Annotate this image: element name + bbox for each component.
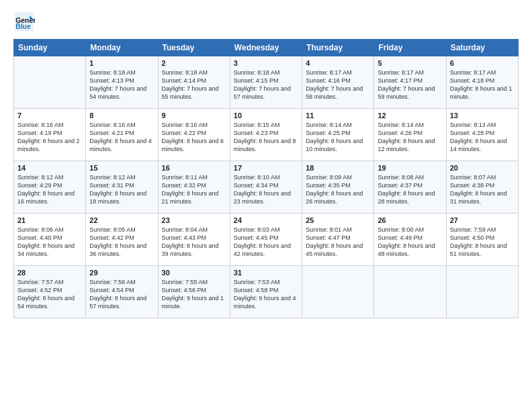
week-row-2: 7Sunrise: 8:16 AMSunset: 4:19 PMDaylight… <box>14 109 519 161</box>
calendar-cell: 19Sunrise: 8:08 AMSunset: 4:37 PMDayligh… <box>374 161 446 214</box>
day-info: Sunrise: 8:07 AMSunset: 4:38 PMDaylight:… <box>450 173 515 206</box>
calendar-cell: 31Sunrise: 7:53 AMSunset: 4:58 PMDayligh… <box>230 266 302 318</box>
calendar-cell: 27Sunrise: 7:59 AMSunset: 4:50 PMDayligh… <box>446 214 518 266</box>
day-number: 30 <box>162 269 226 277</box>
day-info: Sunrise: 8:16 AMSunset: 4:19 PMDaylight:… <box>17 121 82 154</box>
day-info: Sunrise: 8:11 AMSunset: 4:32 PMDaylight:… <box>162 173 226 206</box>
calendar-cell: 10Sunrise: 8:15 AMSunset: 4:23 PMDayligh… <box>230 109 302 161</box>
day-number: 9 <box>162 111 226 120</box>
day-number: 23 <box>162 216 226 224</box>
svg-text:Blue: Blue <box>15 23 31 30</box>
calendar-cell: 18Sunrise: 8:09 AMSunset: 4:35 PMDayligh… <box>302 161 374 214</box>
day-number: 12 <box>378 111 442 120</box>
week-row-1: 1Sunrise: 8:18 AMSunset: 4:13 PMDaylight… <box>14 56 519 109</box>
day-header-wednesday: Wednesday <box>230 40 302 56</box>
day-number: 3 <box>234 59 298 67</box>
calendar-cell: 9Sunrise: 8:16 AMSunset: 4:22 PMDaylight… <box>158 109 230 161</box>
day-number: 10 <box>234 111 298 120</box>
day-info: Sunrise: 8:16 AMSunset: 4:21 PMDaylight:… <box>89 121 154 154</box>
header: General Blue <box>13 11 519 32</box>
day-info: Sunrise: 7:53 AMSunset: 4:58 PMDaylight:… <box>234 278 298 311</box>
calendar-header-row: SundayMondayTuesdayWednesdayThursdayFrid… <box>14 40 519 56</box>
day-number: 1 <box>89 59 154 67</box>
day-info: Sunrise: 8:01 AMSunset: 4:47 PMDaylight:… <box>306 226 370 259</box>
logo-icon: General Blue <box>13 11 35 32</box>
calendar-cell: 4Sunrise: 8:17 AMSunset: 4:16 PMDaylight… <box>302 56 374 109</box>
calendar-cell: 30Sunrise: 7:55 AMSunset: 4:56 PMDayligh… <box>158 266 230 318</box>
day-info: Sunrise: 8:08 AMSunset: 4:37 PMDaylight:… <box>378 173 442 206</box>
calendar-cell: 24Sunrise: 8:03 AMSunset: 4:45 PMDayligh… <box>230 214 302 266</box>
day-number: 8 <box>89 111 154 120</box>
day-info: Sunrise: 8:13 AMSunset: 4:28 PMDaylight:… <box>450 121 515 154</box>
day-number: 28 <box>17 269 82 277</box>
day-info: Sunrise: 8:06 AMSunset: 4:40 PMDaylight:… <box>17 226 82 259</box>
day-number: 13 <box>450 111 515 120</box>
day-number: 11 <box>306 111 370 120</box>
day-info: Sunrise: 8:15 AMSunset: 4:23 PMDaylight:… <box>234 121 298 154</box>
day-info: Sunrise: 8:17 AMSunset: 4:17 PMDaylight:… <box>378 68 442 101</box>
calendar-cell: 3Sunrise: 8:18 AMSunset: 4:15 PMDaylight… <box>230 56 302 109</box>
calendar-cell: 25Sunrise: 8:01 AMSunset: 4:47 PMDayligh… <box>302 214 374 266</box>
day-number: 17 <box>234 164 298 172</box>
day-number: 26 <box>378 216 442 224</box>
day-info: Sunrise: 8:12 AMSunset: 4:31 PMDaylight:… <box>89 173 154 206</box>
logo: General Blue <box>13 11 38 32</box>
day-info: Sunrise: 8:18 AMSunset: 4:15 PMDaylight:… <box>234 68 298 101</box>
week-row-5: 28Sunrise: 7:57 AMSunset: 4:52 PMDayligh… <box>14 266 519 318</box>
calendar-cell: 5Sunrise: 8:17 AMSunset: 4:17 PMDaylight… <box>374 56 446 109</box>
day-number: 31 <box>234 269 298 277</box>
day-number: 19 <box>378 164 442 172</box>
day-number: 21 <box>17 216 82 224</box>
calendar-cell <box>446 266 518 318</box>
calendar-cell: 8Sunrise: 8:16 AMSunset: 4:21 PMDaylight… <box>86 109 158 161</box>
day-info: Sunrise: 8:16 AMSunset: 4:22 PMDaylight:… <box>162 121 226 154</box>
day-info: Sunrise: 8:17 AMSunset: 4:16 PMDaylight:… <box>306 68 370 101</box>
day-info: Sunrise: 8:18 AMSunset: 4:13 PMDaylight:… <box>89 68 154 101</box>
calendar-cell: 12Sunrise: 8:14 AMSunset: 4:26 PMDayligh… <box>374 109 446 161</box>
day-header-monday: Monday <box>86 40 158 56</box>
day-number: 6 <box>450 59 515 67</box>
calendar-cell <box>302 266 374 318</box>
day-header-tuesday: Tuesday <box>158 40 230 56</box>
day-info: Sunrise: 8:10 AMSunset: 4:34 PMDaylight:… <box>234 173 298 206</box>
day-number: 20 <box>450 164 515 172</box>
calendar-cell: 26Sunrise: 8:00 AMSunset: 4:49 PMDayligh… <box>374 214 446 266</box>
day-info: Sunrise: 7:55 AMSunset: 4:56 PMDaylight:… <box>162 278 226 311</box>
day-number: 25 <box>306 216 370 224</box>
calendar-cell <box>374 266 446 318</box>
week-row-4: 21Sunrise: 8:06 AMSunset: 4:40 PMDayligh… <box>14 214 519 266</box>
calendar-body: 1Sunrise: 8:18 AMSunset: 4:13 PMDaylight… <box>14 56 519 318</box>
day-info: Sunrise: 8:18 AMSunset: 4:14 PMDaylight:… <box>162 68 226 101</box>
day-info: Sunrise: 8:14 AMSunset: 4:25 PMDaylight:… <box>306 121 370 154</box>
calendar-cell: 17Sunrise: 8:10 AMSunset: 4:34 PMDayligh… <box>230 161 302 214</box>
calendar-cell: 28Sunrise: 7:57 AMSunset: 4:52 PMDayligh… <box>14 266 86 318</box>
calendar-cell: 29Sunrise: 7:56 AMSunset: 4:54 PMDayligh… <box>86 266 158 318</box>
calendar-cell: 23Sunrise: 8:04 AMSunset: 4:43 PMDayligh… <box>158 214 230 266</box>
calendar-cell: 7Sunrise: 8:16 AMSunset: 4:19 PMDaylight… <box>14 109 86 161</box>
day-number: 16 <box>162 164 226 172</box>
day-header-friday: Friday <box>374 40 446 56</box>
calendar-cell: 6Sunrise: 8:17 AMSunset: 4:18 PMDaylight… <box>446 56 518 109</box>
calendar-table: SundayMondayTuesdayWednesdayThursdayFrid… <box>13 39 519 318</box>
day-header-saturday: Saturday <box>446 40 518 56</box>
calendar-cell: 2Sunrise: 8:18 AMSunset: 4:14 PMDaylight… <box>158 56 230 109</box>
page: General Blue SundayMondayTuesdayWednesda… <box>0 0 532 411</box>
day-info: Sunrise: 8:17 AMSunset: 4:18 PMDaylight:… <box>450 68 515 101</box>
day-number: 7 <box>17 111 82 120</box>
day-info: Sunrise: 8:04 AMSunset: 4:43 PMDaylight:… <box>162 226 226 259</box>
day-number: 22 <box>89 216 154 224</box>
day-info: Sunrise: 8:12 AMSunset: 4:29 PMDaylight:… <box>17 173 82 206</box>
day-number: 24 <box>234 216 298 224</box>
calendar-cell: 15Sunrise: 8:12 AMSunset: 4:31 PMDayligh… <box>86 161 158 214</box>
day-info: Sunrise: 8:03 AMSunset: 4:45 PMDaylight:… <box>234 226 298 259</box>
calendar-cell <box>14 56 86 109</box>
day-number: 27 <box>450 216 515 224</box>
day-info: Sunrise: 7:56 AMSunset: 4:54 PMDaylight:… <box>89 278 154 311</box>
day-number: 2 <box>162 59 226 67</box>
calendar-cell: 16Sunrise: 8:11 AMSunset: 4:32 PMDayligh… <box>158 161 230 214</box>
day-info: Sunrise: 8:14 AMSunset: 4:26 PMDaylight:… <box>378 121 442 154</box>
calendar-cell: 22Sunrise: 8:05 AMSunset: 4:42 PMDayligh… <box>86 214 158 266</box>
week-row-3: 14Sunrise: 8:12 AMSunset: 4:29 PMDayligh… <box>14 161 519 214</box>
day-header-thursday: Thursday <box>302 40 374 56</box>
calendar-cell: 20Sunrise: 8:07 AMSunset: 4:38 PMDayligh… <box>446 161 518 214</box>
